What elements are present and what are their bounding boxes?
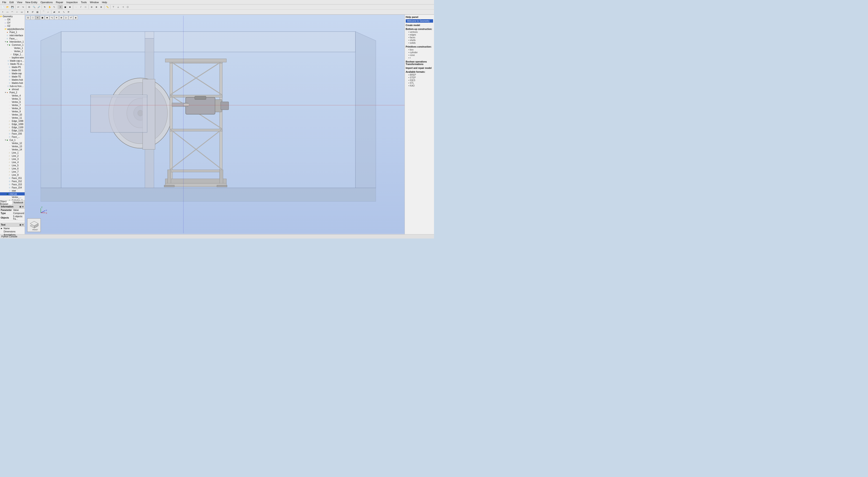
menu-repair[interactable]: Repair (55, 1, 64, 4)
tree-item-blade-cap[interactable]: □blade-cap (0, 72, 25, 75)
tree-item-blade-P5[interactable]: □blade-P5 (0, 65, 25, 69)
tb-wire[interactable]: ≡ (58, 5, 63, 9)
tb-zoom-out[interactable]: 🔎 (36, 5, 41, 9)
tree-item-intersection1[interactable]: ▼■Intersection_1 (0, 40, 25, 43)
welcome-to-geometry-tab[interactable]: Welcome to Geometry (406, 19, 433, 23)
tb-edge[interactable]: / (79, 5, 83, 9)
tb-new[interactable]: 📄 (0, 5, 5, 9)
menu-view[interactable]: View (16, 1, 24, 4)
tree-item-vertex12[interactable]: ·Vertex_12 (0, 142, 25, 145)
tree-item-blade-S5[interactable]: □blade-S5 (0, 69, 25, 72)
tree-item-face[interactable]: □Face_... (0, 37, 25, 40)
tb-view-side[interactable]: ⊣ (121, 5, 125, 9)
tb-zoom-fit[interactable]: ⊡ (27, 5, 31, 9)
vp-btn-2[interactable]: □ (31, 16, 35, 20)
tree-item-vertex7[interactable]: ·Vertex_7 (0, 103, 25, 107)
tb-vertex[interactable]: • (0, 10, 5, 14)
tb-translate[interactable]: ⇄ (52, 10, 57, 14)
tree-area[interactable]: 📁Geometry —OX —OY —OZ 📁w(p)(disl)benche … (0, 15, 25, 200)
tree-item-line5[interactable]: /Line_5 (0, 164, 25, 167)
tree-item-shroud[interactable]: ■shroud (0, 88, 25, 91)
tb-mirror[interactable]: ⇔ (57, 10, 61, 14)
vp-btn-8[interactable]: ⊕ (59, 16, 64, 20)
tree-item-face157-2[interactable]: □Face_... (0, 135, 25, 139)
tree-item-ox[interactable]: —OX (0, 18, 25, 21)
vp-btn-11[interactable]: ◈ (73, 16, 78, 20)
tb-chamfer[interactable]: ⌐ (46, 10, 51, 14)
tb-arc[interactable]: ◠ (10, 10, 14, 14)
tb-save[interactable]: 💾 (10, 5, 14, 9)
tree-item-face153[interactable]: □Face_153 (0, 183, 25, 186)
tree-item-hub-no-front-face[interactable]: □hub-no front face (0, 85, 25, 88)
vp-btn-3[interactable]: ≡ (35, 16, 40, 20)
tree-item-blade-TE[interactable]: □blade-TE (0, 75, 25, 78)
tree-item-oz[interactable]: —OZ (0, 24, 25, 27)
tree-item-vertex2[interactable]: ·Vertex_2 (0, 50, 25, 53)
tree-item-vertex1[interactable]: ·Vertex_1 (0, 47, 25, 50)
menu-tools[interactable]: Tools (80, 1, 88, 4)
tree-item-line7[interactable]: /Line_7 (0, 170, 25, 173)
tb-pan[interactable]: ✋ (47, 5, 52, 9)
tree-item-vertex6[interactable]: ·Vertex_6 (0, 100, 25, 103)
tree-item-inlet[interactable]: □inlet (0, 189, 25, 192)
tb-bool-fuse[interactable]: ⊕ (94, 5, 99, 9)
tree-item-vertex5[interactable]: ·Vertex_5 (0, 97, 25, 100)
viewport[interactable]: OCC scene:1 - viewer:1 (25, 15, 405, 234)
tree-item-line6[interactable]: /Line_6 (0, 167, 25, 170)
tb-rectangle[interactable]: ▭ (20, 10, 24, 14)
tree-item-cut1[interactable]: ▼■Cut_1 (0, 139, 25, 142)
tree-item-vertex14[interactable]: ·Vertex_14 (0, 148, 25, 151)
tb-zoom-in[interactable]: 🔍 (32, 5, 36, 9)
tb-solid[interactable]: ■ (68, 5, 72, 9)
tree-item-vertex9[interactable]: ·Vertex_9 (0, 110, 25, 113)
tree-item-common1[interactable]: ▼■Common_1 (0, 43, 25, 47)
menu-new-entity[interactable]: New Entity (24, 1, 39, 4)
tab-notebook[interactable]: Notebook (12, 201, 25, 205)
vp-btn-1[interactable]: ⊡ (26, 16, 30, 20)
vp-btn-10[interactable]: ⏎ (69, 16, 73, 20)
tb-line[interactable]: — (5, 10, 10, 14)
tree-item-interval[interactable]: ■interval (0, 192, 25, 196)
tb-multi-rotate[interactable]: ⟳ (66, 10, 71, 14)
tree-item-blade-TE-single[interactable]: □blade-TE-single (0, 62, 25, 65)
tree-item-blades-hub[interactable]: □blades-hub (0, 78, 25, 81)
tree-item-face156[interactable]: □Face_156 (0, 132, 25, 135)
vp-btn-4[interactable]: ▣ (40, 16, 44, 20)
tree-item-vertex10[interactable]: ·Vertex_10 (0, 113, 25, 116)
menu-help[interactable]: Help (100, 1, 108, 4)
tree-item-face154[interactable]: □Face_154 (0, 186, 25, 189)
tree-item-edge1070[interactable]: /Edge_1070 (0, 53, 25, 56)
vp-btn-9[interactable]: ▷ (64, 16, 68, 20)
tree-item-path[interactable]: 📁w(p)(disl)benche (0, 27, 25, 31)
text-dimensions-item[interactable]: Dimensions (0, 230, 25, 233)
tb-bool-cut[interactable]: ⊖ (89, 5, 94, 9)
menu-operations[interactable]: Operations (39, 1, 54, 4)
tb-redo[interactable]: ↪ (21, 5, 25, 9)
tree-item-blade-cap-single[interactable]: □blade-cap-single (0, 59, 25, 62)
vp-btn-7[interactable]: ✕ (54, 16, 59, 20)
vp-btn-6[interactable]: ⌥ (50, 16, 54, 20)
tb-rotate[interactable]: ↻ (42, 5, 47, 9)
menu-window[interactable]: Window (89, 1, 100, 4)
tree-item-point2[interactable]: ▼●Point_2 (0, 91, 25, 94)
tb-face[interactable]: □ (83, 5, 88, 9)
tree-item-bspline-wire[interactable]: ～bspline-wire (0, 56, 25, 59)
menu-file[interactable]: File (1, 1, 8, 4)
tree-item-edge1098[interactable]: /Edge_1098 (0, 119, 25, 122)
menu-edit[interactable]: Edit (8, 1, 15, 4)
menu-inspection[interactable]: Inspection (65, 1, 79, 4)
tree-item-line4[interactable]: /Line_4 (0, 160, 25, 164)
tree-item-vertex11[interactable]: ·Vertex_11 (0, 116, 25, 119)
tree-item-oy[interactable]: —OY (0, 21, 25, 24)
tb-circle[interactable]: ○ (15, 10, 19, 14)
tree-item-edge1101[interactable]: /Edge_1101 (0, 129, 25, 132)
tb-revolve[interactable]: ↺ (30, 10, 35, 14)
tb-fillet[interactable]: ⌒ (41, 10, 46, 14)
tree-item-line1[interactable]: /Line_1 (0, 151, 25, 154)
tb-view-iso[interactable]: ⬡ (125, 5, 130, 9)
tree-item-edge1099[interactable]: /Edge_1099 (0, 122, 25, 126)
tb-undo[interactable]: ↩ (16, 5, 21, 9)
tree-item-vertex4[interactable]: ·Vertex_4 (0, 94, 25, 97)
tree-item-inlet-interface[interactable]: □inlet-interface (0, 34, 25, 37)
tb-bool-common[interactable]: ⊗ (99, 5, 103, 9)
